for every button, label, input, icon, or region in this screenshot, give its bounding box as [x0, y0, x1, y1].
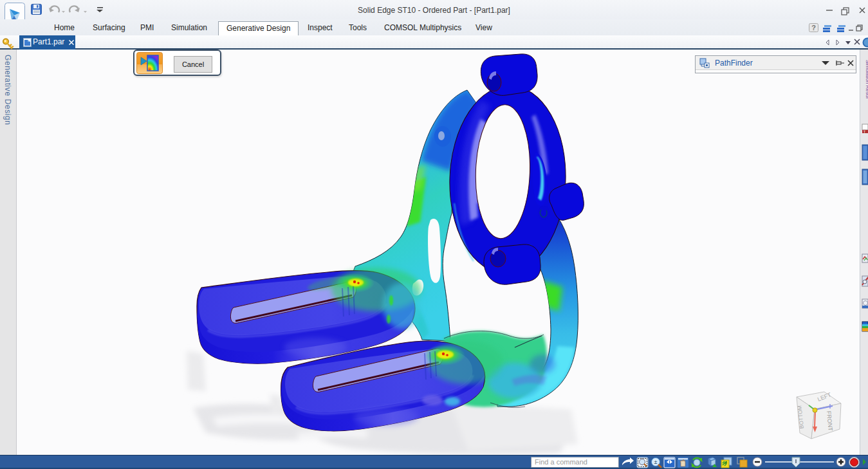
svg-text:?: ?	[811, 24, 816, 32]
svg-text:±: ±	[654, 459, 658, 465]
svg-text:T: T	[863, 130, 865, 134]
svg-text:Simulation Resul: Simulation Resul	[865, 60, 868, 98]
